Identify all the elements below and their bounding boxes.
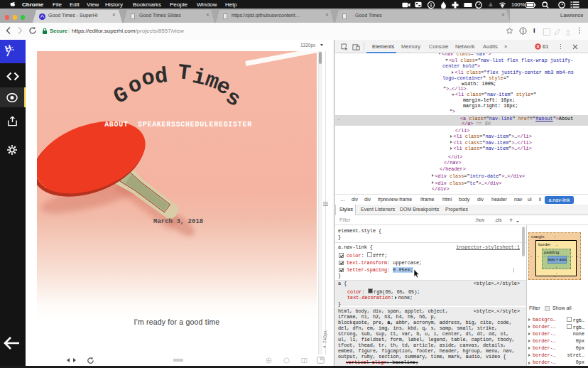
svg-text:T: T: [176, 60, 192, 86]
svg-text:d: d: [153, 64, 169, 90]
